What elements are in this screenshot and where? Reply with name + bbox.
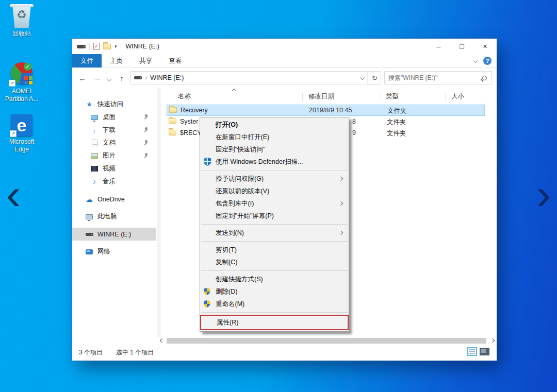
menu-item-rename[interactable]: 重命名(M) — [200, 298, 349, 310]
qat-dropdown-icon[interactable]: ▾ — [114, 44, 117, 49]
sidebar-item-onedrive[interactable]: ☁ OneDrive — [72, 193, 156, 206]
window-title: WINRE (E:) — [126, 43, 159, 50]
search-box[interactable] — [384, 71, 492, 84]
scroll-right-icon[interactable] — [490, 338, 495, 343]
menu-label: 固定到"开始"屏幕(P) — [216, 212, 274, 220]
desktop-icon-recycle-bin[interactable]: ♻ 回收站 — [0, 4, 43, 38]
sidebar-label: 音乐 — [103, 177, 116, 186]
tab-share[interactable]: 共享 — [131, 54, 160, 67]
tab-home[interactable]: 主页 — [102, 54, 131, 67]
folder-icon — [169, 118, 176, 124]
scroll-left-icon[interactable] — [160, 338, 164, 343]
collapse-ribbon-icon[interactable] — [473, 59, 478, 63]
search-input[interactable] — [388, 74, 482, 81]
menu-item-pin-to-start[interactable]: 固定到"开始"屏幕(P) — [200, 210, 349, 222]
tab-file[interactable]: 文件 — [72, 54, 102, 67]
separator — [89, 43, 90, 50]
sidebar-item-winre-drive[interactable]: WINRE (E:) — [72, 228, 156, 241]
sidebar-item-pictures[interactable]: 图片 — [72, 149, 156, 162]
sidebar-item-this-pc[interactable]: 此电脑 — [72, 210, 156, 223]
column-headers: 名称 修改日期 类型 大小 — [165, 90, 497, 104]
menu-label: 还原以前的版本(V) — [216, 187, 269, 196]
uac-shield-icon — [203, 300, 210, 308]
menu-label: 重命名(M) — [216, 300, 244, 309]
menu-item-defender-scan[interactable]: 使用 Windows Defender扫描... — [200, 156, 349, 168]
menu-item-open[interactable]: 打开(O) — [200, 118, 349, 131]
column-separator[interactable] — [445, 93, 446, 101]
menu-item-open-new-window[interactable]: 在新窗口中打开(E) — [200, 131, 349, 143]
folder-icon — [169, 107, 177, 113]
desktop: ♻ 回收站 ↗ AOMEI Partition A... e ↗ Microso… — [0, 0, 557, 392]
menu-item-send-to[interactable]: 发送到(N) — [200, 227, 349, 239]
new-folder-icon[interactable] — [103, 44, 111, 49]
column-separator[interactable] — [302, 93, 303, 101]
pin-icon — [143, 140, 148, 145]
column-header-name[interactable]: 名称 — [178, 92, 191, 101]
address-dropdown-icon[interactable] — [361, 76, 365, 80]
menu-item-cut[interactable]: 剪切(T) — [200, 244, 349, 256]
shortcut-arrow-icon: ↗ — [9, 80, 15, 87]
thumbnail-view-button[interactable] — [480, 348, 489, 355]
file-row-recovery[interactable]: Recovery 2019/8/9 10:45 文件夹 — [167, 105, 485, 116]
menu-label: 固定到"快速访问" — [216, 145, 265, 154]
menu-label: 创建快捷方式(S) — [216, 275, 263, 284]
file-date: 2019/8/9 10:45 — [309, 107, 356, 114]
menu-item-restore-previous[interactable]: 还原以前的版本(V) — [200, 185, 349, 197]
menu-item-include-in-library[interactable]: 包含到库中(I) — [200, 197, 349, 210]
desktop-icon-edge[interactable]: e ↗ Microsoft Edge — [0, 114, 43, 154]
sidebar-scrollbar[interactable] — [157, 88, 161, 337]
tab-view[interactable]: 查看 — [160, 54, 190, 67]
column-header-size[interactable]: 大小 — [451, 92, 464, 101]
menu-item-create-shortcut[interactable]: 创建快捷方式(S) — [200, 273, 349, 285]
sidebar-item-quick-access[interactable]: ★ 快速访问 — [72, 98, 156, 111]
sidebar-item-music[interactable]: ♪ 音乐 — [72, 175, 156, 188]
defender-shield-icon — [203, 158, 211, 166]
breadcrumb-path[interactable]: WINRE (E:) — [150, 74, 184, 81]
details-view-button[interactable] — [467, 347, 477, 356]
file-type: 文件夹 — [387, 118, 406, 127]
column-separator[interactable] — [380, 93, 380, 101]
menu-item-properties[interactable]: 属性(R) — [200, 315, 349, 330]
address-bar[interactable]: › WINRE (E:) ↻ — [130, 71, 381, 84]
search-icon[interactable] — [482, 76, 487, 80]
sidebar-item-documents[interactable]: 文档 — [72, 137, 156, 149]
carousel-prev-icon[interactable]: ‹ — [2, 176, 25, 215]
windows-flag-icon — [24, 76, 32, 84]
properties-checkbox-icon[interactable] — [93, 43, 100, 50]
file-name: Syster — [180, 118, 198, 125]
sidebar-label: 视频 — [103, 164, 116, 173]
recent-locations-icon[interactable] — [106, 74, 113, 82]
forward-button[interactable]: → — [91, 74, 103, 82]
back-button[interactable]: ← — [77, 74, 88, 82]
sidebar-item-videos[interactable]: 视频 — [72, 162, 156, 175]
menu-separator — [201, 170, 348, 171]
menu-label: 属性(R) — [217, 318, 238, 327]
music-icon: ♪ — [90, 178, 99, 185]
close-button[interactable]: × — [473, 39, 497, 54]
horizontal-scrollbar — [159, 337, 497, 344]
menu-item-copy[interactable]: 复制(C) — [200, 256, 349, 268]
maximize-button[interactable]: □ — [450, 39, 473, 54]
refresh-icon[interactable]: ↻ — [372, 74, 378, 82]
sidebar-item-downloads[interactable]: ↓ 下载 — [72, 124, 156, 137]
quick-access-toolbar: ▾ — [72, 43, 121, 50]
sidebar-item-network[interactable]: 网络 — [72, 245, 156, 258]
menu-item-give-access[interactable]: 授予访问权限(G) — [200, 173, 349, 185]
sidebar-item-desktop[interactable]: 桌面 — [72, 111, 156, 124]
scrollbar-thumb[interactable] — [167, 338, 486, 344]
menu-label: 剪切(T) — [216, 246, 237, 254]
recycle-bin-lid — [10, 4, 34, 7]
minimize-button[interactable]: – — [427, 39, 450, 54]
column-header-date[interactable]: 修改日期 — [308, 92, 334, 101]
help-icon[interactable]: ? — [483, 57, 492, 65]
carousel-next-icon[interactable]: › — [532, 176, 555, 215]
column-header-type[interactable]: 类型 — [386, 92, 399, 101]
up-button[interactable]: ↑ — [116, 74, 127, 82]
menu-item-delete[interactable]: 删除(D) — [200, 285, 349, 298]
desktop-icon-aomei[interactable]: ↗ AOMEI Partition A... — [0, 62, 43, 103]
desktop-icon — [90, 115, 99, 120]
column-separator[interactable] — [485, 93, 485, 101]
menu-separator — [201, 241, 348, 242]
menu-item-pin-quick-access[interactable]: 固定到"快速访问" — [200, 143, 349, 156]
sidebar: ★ 快速访问 桌面 ↓ 下载 文档 — [72, 88, 161, 337]
